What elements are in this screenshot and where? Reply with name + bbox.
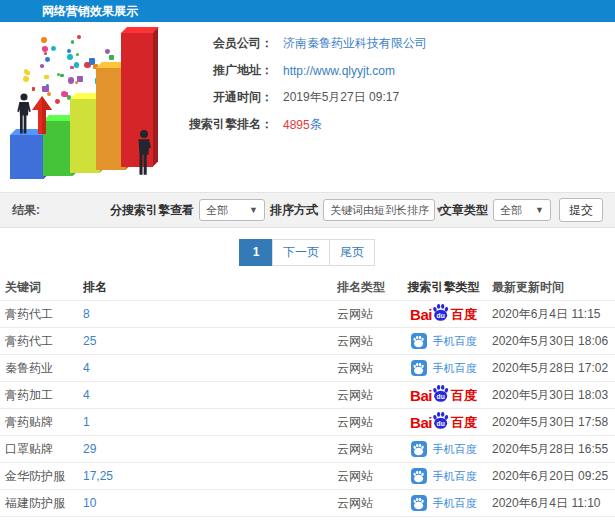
open-time-value: 2019年5月27日 09:17	[283, 89, 399, 106]
keyword-cell: 金华防护服	[0, 468, 83, 485]
column-header-rank: 排名	[83, 279, 337, 296]
baidu-mobile-label: 手机百度	[433, 334, 477, 349]
article-type-select[interactable]: 全部 ▼	[493, 199, 551, 221]
update-time-cell: 2020年5月28日 16:55	[492, 441, 615, 458]
table-row: 膏药贴牌1云网站Baidu百度2020年5月30日 17:58	[0, 408, 615, 435]
table-row: 口罩贴牌29云网站手机百度2020年5月28日 16:55	[0, 435, 615, 462]
promotion-url-row: 推广地址： http://www.qlyyjt.com	[185, 61, 427, 80]
engine-type-cell: Baidu百度	[395, 384, 492, 407]
keyword-cell: 膏药加工	[0, 387, 83, 404]
update-time-cell: 2020年6月20日 09:25	[492, 468, 615, 485]
column-header-rank-type: 排名类型	[337, 279, 395, 296]
results-table-body: 膏药代工8云网站Baidu百度2020年6月4日 11:15膏药代工25云网站手…	[0, 300, 615, 520]
baidu-logo: Baidu百度	[410, 384, 477, 407]
baidu-mobile-label: 手机百度	[433, 442, 477, 457]
engine-view-select[interactable]: 全部 ▼	[199, 199, 265, 221]
table-row: 膏药代工25云网站手机百度2020年5月30日 18:06	[0, 327, 615, 354]
rank-type-cell: 云网站	[337, 495, 395, 512]
engine-view-label: 分搜索引擎查看	[110, 202, 194, 219]
baidu-mobile-label: 手机百度	[433, 496, 477, 511]
update-time-cell: 2020年6月4日 11:15	[492, 306, 615, 323]
table-row: 秦鲁药业4云网站手机百度2020年5月28日 17:02	[0, 354, 615, 381]
baidu-mobile-label: 手机百度	[433, 361, 477, 376]
article-type-selected-value: 全部	[500, 203, 522, 218]
column-header-keyword: 关键词	[0, 279, 83, 296]
rank-type-cell: 云网站	[337, 306, 395, 323]
engine-type-cell: 手机百度	[395, 468, 492, 484]
page-button[interactable]: 下一页	[272, 239, 330, 266]
engine-rank-suffix: 条	[310, 116, 322, 133]
rank-link[interactable]: 25	[83, 334, 337, 348]
rank-link[interactable]: 4	[83, 361, 337, 375]
baidu-logo: Baidu百度	[410, 303, 477, 326]
up-arrow-icon	[32, 96, 52, 134]
engine-rank-row: 搜索引擎排名： 4895 条	[185, 115, 427, 134]
update-time-cell: 2020年6月4日 11:10	[492, 495, 615, 512]
update-time-cell: 2020年5月30日 17:58	[492, 414, 615, 431]
baidu-mobile-app-icon	[411, 333, 427, 349]
pagination: 1下一页尾页	[0, 239, 615, 266]
table-row: 福建防护服10云网站手机百度2020年6月4日 11:10	[0, 489, 615, 516]
keyword-cell: 口罩贴牌	[0, 441, 83, 458]
column-header-update-time: 最新更新时间	[492, 279, 615, 296]
engine-type-cell: Baidu百度	[395, 303, 492, 326]
member-company-row: 会员公司： 济南秦鲁药业科技有限公司	[185, 34, 427, 53]
rank-type-cell: 云网站	[337, 414, 395, 431]
baidu-paw-icon: du	[431, 303, 450, 322]
rank-type-cell: 云网站	[337, 387, 395, 404]
baidu-mobile-app-icon	[411, 441, 427, 457]
filter-controls: 分搜索引擎查看 全部 ▼ 排序方式 关键词由短到长排序 ▼ 文章类型 全部 ▼ …	[105, 193, 603, 227]
rank-type-cell: 云网站	[337, 441, 395, 458]
keyword-cell: 膏药代工	[0, 306, 83, 323]
baidu-paw-icon: du	[431, 411, 450, 430]
observer-figure	[134, 128, 154, 178]
baidu-paw-icon: du	[431, 384, 450, 403]
baidu-mobile-app-icon	[411, 468, 427, 484]
app-header: 网络营销效果展示	[0, 0, 615, 22]
update-time-cell: 2020年5月30日 18:03	[492, 387, 615, 404]
member-company-link[interactable]: 济南秦鲁药业科技有限公司	[283, 35, 427, 52]
rank-link[interactable]: 8	[83, 307, 337, 321]
column-header-engine-type: 搜索引擎类型	[395, 279, 492, 296]
rank-link[interactable]: 4	[83, 388, 337, 402]
rank-link[interactable]: 17,25	[83, 469, 337, 483]
baidu-mobile-logo: 手机百度	[411, 468, 477, 484]
baidu-mobile-logo: 手机百度	[411, 333, 477, 349]
page-button[interactable]: 尾页	[329, 239, 375, 266]
page-title: 网络营销效果展示	[0, 0, 615, 22]
rank-type-cell: 云网站	[337, 333, 395, 350]
keyword-cell: 福建防护服	[0, 495, 83, 512]
rank-link[interactable]: 10	[83, 496, 337, 510]
baidu-mobile-logo: 手机百度	[411, 495, 477, 511]
engine-rank-count: 4895	[283, 118, 310, 132]
result-label: 结果:	[12, 193, 40, 227]
engine-view-selected-value: 全部	[206, 203, 228, 218]
engine-type-cell: 手机百度	[395, 333, 492, 349]
rank-link[interactable]: 29	[83, 442, 337, 456]
engine-type-cell: 手机百度	[395, 441, 492, 457]
growth-bar-chart-clipart	[2, 28, 170, 182]
sort-mode-select[interactable]: 关键词由短到长排序 ▼	[323, 199, 435, 221]
engine-rank-label: 搜索引擎排名：	[185, 116, 273, 133]
rank-type-cell: 云网站	[337, 468, 395, 485]
promotion-url-label: 推广地址：	[185, 62, 273, 79]
page-button-current[interactable]: 1	[239, 239, 273, 266]
engine-type-cell: 手机百度	[395, 495, 492, 511]
info-panel: 会员公司： 济南秦鲁药业科技有限公司 推广地址： http://www.qlyy…	[0, 22, 615, 192]
table-row: 金华防护服17,25云网站手机百度2020年6月20日 09:25	[0, 462, 615, 489]
open-time-label: 开通时间：	[185, 89, 273, 106]
keyword-cell: 膏药贴牌	[0, 414, 83, 431]
chevron-down-icon: ▼	[243, 205, 258, 215]
company-info-fields: 会员公司： 济南秦鲁药业科技有限公司 推广地址： http://www.qlyy…	[185, 34, 427, 142]
rank-link[interactable]: 1	[83, 415, 337, 429]
svg-text:du: du	[436, 392, 444, 399]
results-table: 关键词 排名 排名类型 搜索引擎类型 最新更新时间 膏药代工8云网站Baidu百…	[0, 274, 615, 520]
article-type-label: 文章类型	[440, 202, 488, 219]
open-time-row: 开通时间： 2019年5月27日 09:17	[185, 88, 427, 107]
submit-button[interactable]: 提交	[559, 198, 603, 222]
baidu-mobile-app-icon	[411, 495, 427, 511]
engine-type-cell: 手机百度	[395, 360, 492, 376]
promotion-url-link[interactable]: http://www.qlyyjt.com	[283, 64, 395, 78]
baidu-mobile-logo: 手机百度	[411, 441, 477, 457]
businessman-figure	[15, 93, 33, 135]
